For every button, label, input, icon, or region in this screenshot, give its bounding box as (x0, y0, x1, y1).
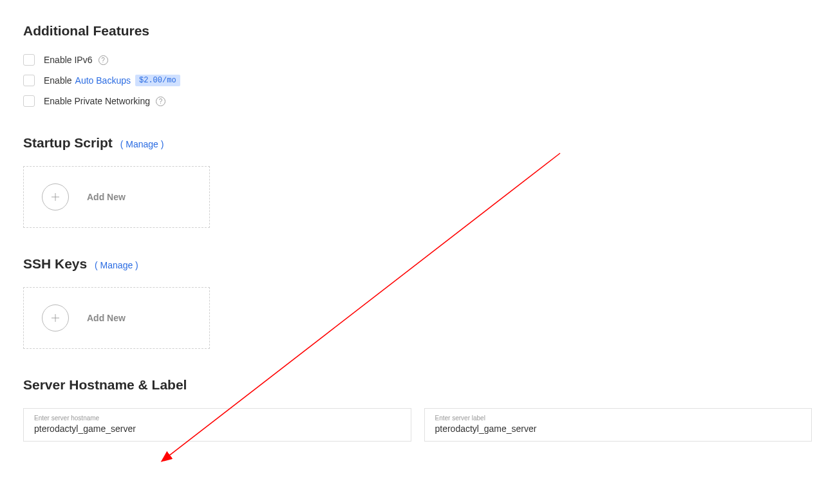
checkbox-autobackups[interactable] (23, 75, 35, 86)
hostname-input[interactable] (34, 424, 400, 434)
ssh-keys-title: SSH Keys ( Manage ) (23, 256, 812, 272)
label-input[interactable] (435, 424, 802, 434)
add-new-label: Add New (87, 313, 126, 323)
ssh-manage-link[interactable]: ( Manage ) (95, 260, 138, 270)
startup-script-title: Startup Script ( Manage ) (23, 135, 812, 151)
hostname-input-wrap[interactable]: Enter server hostname (23, 408, 411, 442)
plus-icon (42, 304, 69, 331)
startup-manage-link[interactable]: ( Manage ) (120, 139, 164, 149)
feature-label-ipv6: Enable IPv6 (44, 55, 93, 65)
checkbox-ipv6[interactable] (23, 54, 35, 66)
server-hostname-label-title: Server Hostname & Label (23, 377, 812, 393)
help-icon[interactable]: ? (156, 97, 165, 106)
checkbox-private-networking[interactable] (23, 95, 35, 107)
label-input-wrap[interactable]: Enter server label (424, 408, 812, 442)
feature-label-private-networking: Enable Private Networking (44, 96, 150, 106)
plus-icon (42, 183, 69, 210)
price-badge: $2.00/mo (135, 75, 180, 86)
auto-backups-link[interactable]: Auto Backups (75, 75, 131, 86)
add-startup-script-card[interactable]: Add New (23, 166, 210, 228)
help-icon[interactable]: ? (99, 55, 108, 65)
label-small-label: Enter server label (435, 415, 802, 422)
hostname-small-label: Enter server hostname (34, 415, 400, 422)
feature-row-ipv6: Enable IPv6 ? (23, 54, 812, 66)
feature-row-private-networking: Enable Private Networking ? (23, 95, 812, 107)
feature-label-prefix: Enable (44, 75, 72, 86)
additional-features-title: Additional Features (23, 23, 812, 39)
add-new-label: Add New (87, 192, 126, 202)
add-ssh-key-card[interactable]: Add New (23, 287, 210, 349)
feature-row-autobackups: Enable Auto Backups $2.00/mo (23, 75, 812, 86)
